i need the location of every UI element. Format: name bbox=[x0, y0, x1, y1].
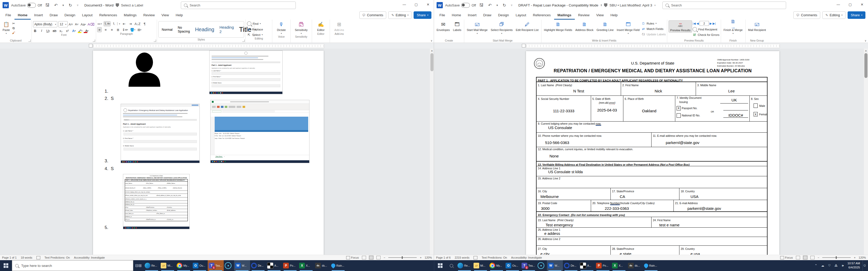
first-record-icon[interactable]: |◀ bbox=[692, 22, 696, 25]
grow-font-icon[interactable]: A˄ bbox=[69, 22, 73, 27]
taskbar-ds-app[interactable]: dsds... bbox=[314, 260, 330, 271]
taskbar-rainmeter-2[interactable]: Rain... bbox=[643, 260, 659, 271]
text-effects-icon[interactable]: A▾ bbox=[72, 28, 76, 33]
tab-home[interactable]: Home bbox=[448, 10, 464, 20]
field-emergency-state[interactable]: 28. State/Province e state bbox=[611, 246, 679, 255]
horizontal-ruler[interactable] bbox=[434, 43, 868, 49]
female-checkbox[interactable]: X bbox=[753, 112, 758, 116]
font-color-button[interactable]: A▾ bbox=[85, 28, 89, 33]
national-id-checkbox[interactable] bbox=[677, 113, 681, 118]
tab-layout[interactable]: Layout bbox=[79, 10, 96, 20]
font-dialog-launcher-icon[interactable] bbox=[93, 39, 95, 42]
shading-button[interactable]: 🪣▾ bbox=[130, 27, 135, 32]
taskbar-word-2[interactable]: WW... bbox=[547, 260, 563, 271]
clear-formatting-icon[interactable]: A⌫ bbox=[88, 22, 95, 27]
tab-mailings[interactable]: Mailings bbox=[120, 10, 140, 20]
field-address2[interactable]: 15. Address Line 2 bbox=[536, 176, 767, 188]
numbering-button[interactable]: ⒈≡▾ bbox=[104, 22, 110, 26]
previous-record-icon[interactable]: ◀ bbox=[696, 22, 699, 25]
preview-results-button[interactable]: «»ABC Preview Results bbox=[669, 21, 692, 33]
align-right-button[interactable]: ≡ bbox=[110, 27, 114, 32]
taskbar-excel-2[interactable]: XX... bbox=[611, 260, 627, 271]
comments-button[interactable]: 🗩Comments bbox=[359, 11, 386, 19]
align-center-button[interactable]: ≡ bbox=[103, 27, 108, 32]
tab-file[interactable]: File bbox=[2, 10, 14, 20]
taskbar-powerpoint[interactable]: PPo... bbox=[282, 260, 298, 271]
close-button[interactable]: ✕ bbox=[422, 0, 434, 9]
share-button[interactable]: Share▾ bbox=[847, 11, 865, 19]
minimize-button[interactable]: — bbox=[832, 0, 844, 9]
text-predictions[interactable]: Text Predictions: On bbox=[44, 256, 70, 259]
edit-recipient-list-button[interactable]: 🖉Edit Recipient List bbox=[515, 21, 540, 32]
scroll-up-icon[interactable]: ▲ bbox=[864, 48, 868, 53]
field-emergency-address1[interactable]: 25. Address Line 1 e addess bbox=[536, 227, 767, 237]
tab-references[interactable]: References bbox=[96, 10, 120, 20]
tab-home[interactable]: Home bbox=[14, 10, 31, 20]
envelopes-button[interactable]: ✉Envelopes bbox=[435, 21, 451, 32]
font-size-select[interactable]: 12▾ bbox=[58, 21, 68, 27]
undo-icon[interactable]: ↶ bbox=[53, 3, 59, 8]
field-telephone[interactable]: 20. Telephone Number(Include Country/Cit… bbox=[591, 200, 674, 211]
taskbar-outlook-2[interactable]: OOu... bbox=[504, 260, 521, 271]
taskbar-file-explorer-2[interactable]: ▱Mi... bbox=[472, 260, 489, 271]
proofing-icon[interactable] bbox=[473, 256, 477, 259]
start-mail-merge-button[interactable]: 🖃Start Mail Merge▾ bbox=[466, 21, 489, 35]
field-middle-name[interactable]: 3. Middle Name Lee bbox=[696, 82, 767, 96]
close-button[interactable]: ✕ bbox=[856, 0, 868, 9]
tab-layout[interactable]: Layout bbox=[512, 10, 530, 20]
zoom-in-icon[interactable]: + bbox=[854, 256, 855, 259]
field-first-name[interactable]: 2. First Name Nick bbox=[621, 82, 696, 96]
editing-mode-button[interactable]: ✎Editing▾ bbox=[822, 11, 845, 19]
decrease-indent-button[interactable]: ⇤ bbox=[122, 22, 126, 26]
increase-indent-button[interactable]: ⇥ bbox=[128, 22, 132, 26]
address-block-button[interactable]: 🗎Address Block bbox=[574, 21, 595, 32]
zoom-out-icon[interactable]: − bbox=[383, 256, 385, 259]
accessibility-status[interactable]: Accessibility: Investigate bbox=[511, 256, 542, 259]
field-email-now[interactable]: 11. E-mail address where you may be cont… bbox=[651, 133, 767, 147]
taskbar-chrome[interactable]: My... bbox=[176, 260, 192, 271]
vertical-scrollbar[interactable]: ▲ bbox=[864, 48, 868, 255]
show-formatting-button[interactable]: ¶ bbox=[143, 22, 147, 26]
print-layout-icon[interactable] bbox=[369, 256, 373, 259]
taskbar-teams-2[interactable]: T1Tea... bbox=[521, 260, 536, 271]
editor-button[interactable]: ✍ Editor bbox=[313, 21, 328, 32]
security-shield-icon[interactable]: ⛉ bbox=[827, 264, 831, 267]
ribbon-collapse-icon[interactable]: ∨ bbox=[865, 39, 866, 42]
field-dob[interactable]: 5. Date of Birth (mm-dd-yyyy) 2025-04-03 bbox=[591, 96, 623, 121]
taskbar-chrome-2[interactable]: My... bbox=[489, 260, 504, 271]
start-button[interactable] bbox=[0, 260, 12, 271]
tab-design[interactable]: Design bbox=[61, 10, 79, 20]
undo-dropdown-icon[interactable]: ▾ bbox=[61, 4, 65, 7]
forms-screenshot-cropped-image[interactable]: Part 1 - Adult Applicant Application to … bbox=[209, 50, 283, 94]
field-emergency-country[interactable]: 29. Country e usa bbox=[679, 246, 767, 255]
print-layout-icon[interactable] bbox=[803, 256, 807, 259]
field-email[interactable]: 21. E-mail Address parkernl@state.gov bbox=[674, 200, 767, 211]
comments-button[interactable]: 🗩Comments bbox=[793, 11, 820, 19]
next-record-icon[interactable]: ▶ bbox=[710, 22, 712, 25]
taskbar-docker[interactable]: De... bbox=[250, 260, 266, 271]
find-recipient-button[interactable]: Find Recipient bbox=[692, 27, 719, 32]
find-button[interactable]: Find▾ bbox=[247, 22, 271, 26]
replace-button[interactable]: ⇄Replace bbox=[247, 27, 271, 31]
paragraph-dialog-launcher-icon[interactable] bbox=[154, 39, 156, 42]
scrollbar-thumb[interactable] bbox=[430, 53, 433, 71]
zoom-slider[interactable] bbox=[822, 257, 851, 258]
format-painter-button[interactable]: 🖌 bbox=[11, 31, 16, 35]
search-input[interactable]: Search bbox=[662, 2, 786, 9]
clipboard-dialog-launcher-icon[interactable] bbox=[28, 39, 31, 42]
maximize-button[interactable]: ▢ bbox=[844, 0, 856, 9]
check-for-errors-button[interactable]: 🗹Check for Errors bbox=[692, 33, 719, 37]
zoom-slider-thumb[interactable] bbox=[402, 256, 403, 259]
tab-draw[interactable]: Draw bbox=[480, 10, 495, 20]
tab-stop-selector[interactable] bbox=[89, 44, 92, 47]
paste-button[interactable]: 📋 Paste▾ bbox=[1, 21, 11, 35]
copy-button[interactable]: ⧉ bbox=[11, 26, 16, 30]
font-name-select[interactable]: Aptos (Body)▾ bbox=[33, 21, 57, 27]
superscript-button[interactable]: x² bbox=[65, 28, 69, 33]
field-emergency-city[interactable]: 27. City e city bbox=[536, 246, 611, 255]
insert-merge-field-button[interactable]: 🗔Insert Merge Field▾ bbox=[615, 21, 641, 35]
male-checkbox[interactable] bbox=[753, 103, 758, 108]
autosave-toggle[interactable]: AutoSave Off bbox=[445, 3, 476, 8]
tab-references[interactable]: References bbox=[530, 10, 554, 20]
tab-review[interactable]: Review bbox=[575, 10, 593, 20]
